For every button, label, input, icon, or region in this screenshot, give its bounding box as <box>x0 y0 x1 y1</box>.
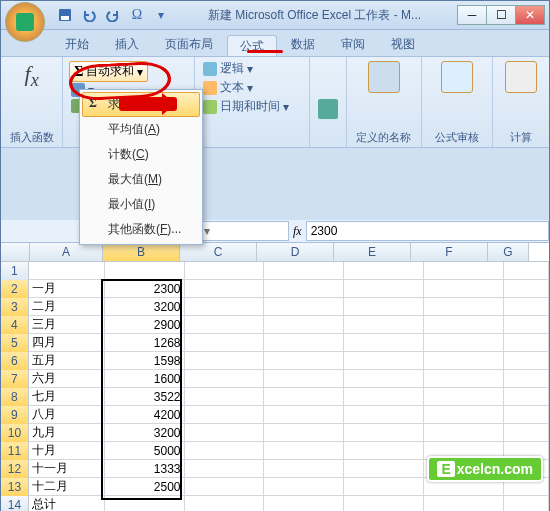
cell[interactable] <box>264 496 344 511</box>
cell[interactable] <box>344 406 424 424</box>
col-header-F[interactable]: F <box>411 243 488 261</box>
cell[interactable] <box>185 280 265 298</box>
cell[interactable] <box>504 496 549 511</box>
tab-review[interactable]: 审阅 <box>329 34 377 56</box>
cell[interactable]: 5000 <box>105 442 185 460</box>
cell[interactable] <box>264 388 344 406</box>
cell[interactable] <box>105 262 185 280</box>
row-header[interactable]: 11 <box>1 442 29 461</box>
tab-home[interactable]: 开始 <box>53 34 101 56</box>
cell[interactable] <box>424 352 504 370</box>
dropdown-min[interactable]: 最小值(I) <box>82 192 200 217</box>
col-header-D[interactable]: D <box>257 243 334 261</box>
cell[interactable]: 八月 <box>29 406 105 424</box>
row-header[interactable]: 3 <box>1 298 29 317</box>
cell[interactable] <box>504 334 549 352</box>
cell[interactable] <box>264 334 344 352</box>
cell[interactable]: 七月 <box>29 388 105 406</box>
cell[interactable] <box>185 370 265 388</box>
name-box[interactable]: ▾ <box>199 221 289 241</box>
cell[interactable] <box>264 370 344 388</box>
cell[interactable] <box>344 316 424 334</box>
cell[interactable] <box>264 406 344 424</box>
col-header-C[interactable]: C <box>180 243 257 261</box>
cell[interactable]: 四月 <box>29 334 105 352</box>
cell[interactable] <box>344 280 424 298</box>
cell[interactable] <box>264 460 344 478</box>
cell[interactable] <box>29 262 105 280</box>
cell[interactable] <box>344 352 424 370</box>
cell[interactable] <box>504 424 549 442</box>
cell[interactable]: 2300 <box>105 280 185 298</box>
cell[interactable] <box>424 496 504 511</box>
cell[interactable] <box>264 262 344 280</box>
row-header[interactable]: 2 <box>1 280 29 299</box>
tab-view[interactable]: 视图 <box>379 34 427 56</box>
cell[interactable] <box>185 424 265 442</box>
cell[interactable] <box>185 478 265 496</box>
row-header[interactable]: 10 <box>1 424 29 443</box>
row-header[interactable]: 4 <box>1 316 29 335</box>
redo-icon[interactable] <box>103 5 123 25</box>
fx-label[interactable]: fx <box>293 224 302 239</box>
cell[interactable] <box>344 370 424 388</box>
cell[interactable]: 1600 <box>105 370 185 388</box>
cell[interactable] <box>105 496 185 511</box>
dropdown-more[interactable]: 其他函数(F)... <box>82 217 200 242</box>
cell[interactable]: 4200 <box>105 406 185 424</box>
cell[interactable] <box>185 298 265 316</box>
cell[interactable]: 1333 <box>105 460 185 478</box>
cell[interactable] <box>424 316 504 334</box>
cell[interactable] <box>185 442 265 460</box>
cell[interactable] <box>264 316 344 334</box>
defined-names-icon[interactable] <box>368 61 400 93</box>
cell[interactable] <box>264 442 344 460</box>
cell[interactable] <box>264 352 344 370</box>
minimize-button[interactable]: ─ <box>457 5 487 25</box>
cell[interactable]: 六月 <box>29 370 105 388</box>
row-header[interactable]: 9 <box>1 406 29 425</box>
tab-formula[interactable]: 公式 <box>227 35 277 57</box>
cell[interactable] <box>344 424 424 442</box>
cell[interactable] <box>424 388 504 406</box>
cell[interactable] <box>424 406 504 424</box>
row-header[interactable]: 5 <box>1 334 29 353</box>
cell[interactable] <box>185 388 265 406</box>
cell[interactable]: 1598 <box>105 352 185 370</box>
tab-layout[interactable]: 页面布局 <box>153 34 225 56</box>
cell[interactable] <box>424 298 504 316</box>
row-header[interactable]: 1 <box>1 262 29 281</box>
save-icon[interactable] <box>55 5 75 25</box>
cell[interactable] <box>264 298 344 316</box>
cell[interactable] <box>504 316 549 334</box>
cell[interactable] <box>264 424 344 442</box>
cell[interactable] <box>185 406 265 424</box>
cell[interactable] <box>185 496 265 511</box>
fx-icon[interactable]: fx <box>7 61 56 91</box>
cell[interactable] <box>185 262 265 280</box>
col-header-G[interactable]: G <box>488 243 529 261</box>
text-button[interactable]: 文本 ▾ <box>201 78 303 97</box>
cell[interactable]: 3522 <box>105 388 185 406</box>
cell[interactable] <box>344 460 424 478</box>
cell[interactable] <box>344 496 424 511</box>
tab-insert[interactable]: 插入 <box>103 34 151 56</box>
cell[interactable]: 九月 <box>29 424 105 442</box>
cell[interactable]: 二月 <box>29 298 105 316</box>
office-button[interactable] <box>5 2 45 42</box>
cell[interactable] <box>504 352 549 370</box>
cell[interactable]: 2900 <box>105 316 185 334</box>
row-header[interactable]: 8 <box>1 388 29 407</box>
cell[interactable] <box>424 280 504 298</box>
close-button[interactable]: ✕ <box>515 5 545 25</box>
col-header-A[interactable]: A <box>30 243 103 261</box>
undo-icon[interactable] <box>79 5 99 25</box>
cell[interactable] <box>424 424 504 442</box>
cell[interactable] <box>344 262 424 280</box>
cell[interactable]: 十二月 <box>29 478 105 496</box>
col-header-B[interactable]: B <box>103 243 180 261</box>
cell[interactable] <box>344 298 424 316</box>
dropdown-average[interactable]: 平均值(A) <box>82 117 200 142</box>
cell[interactable]: 五月 <box>29 352 105 370</box>
calc-icon[interactable] <box>505 61 537 93</box>
